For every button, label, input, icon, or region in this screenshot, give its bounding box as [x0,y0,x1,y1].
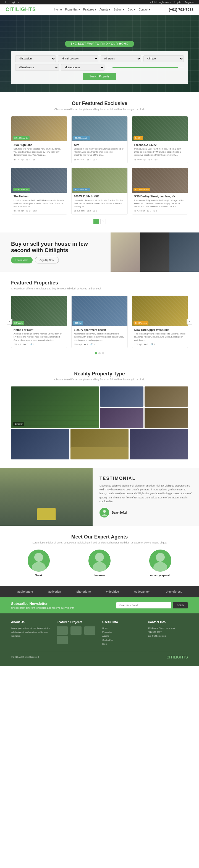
featured-properties-section: Featured Properties Choose from differen… [0,272,199,363]
googleplus-link[interactable]: g+ [12,1,15,4]
dot-1[interactable] [95,352,97,354]
footer-link-home[interactable]: Home [102,626,142,630]
partner-themeforest: themeforest [166,590,181,593]
carousel-prev-button[interactable]: ‹ [7,319,12,324]
baths-stat: 2 [155,158,158,161]
beds-stat: 2 [87,209,91,212]
footer-link-blog[interactable]: Blog [102,642,142,646]
type-select[interactable]: All Type [143,55,184,62]
bath-icon [155,158,157,161]
svg-point-4 [93,562,106,572]
newsletter-send-button[interactable]: SEND [173,602,188,609]
dot-3[interactable] [102,352,104,354]
nav-contact[interactable]: Contact ▾ [139,8,151,11]
property-image: $3,200/month [132,168,188,193]
property-description: Located in the center of Harlem is Famil… [74,199,125,208]
footer-contact-title: Contact Info [148,620,188,624]
nav-agents[interactable]: Agents ▾ [100,8,110,11]
reality-image-2 [100,386,143,407]
featured-property-body: Home For Rent A stone of getting near th… [11,326,67,348]
featured-property-desc: A stone of getting near the market, 350x… [13,332,65,342]
status-select[interactable]: All Status [101,55,141,62]
sqft-icon [74,158,76,161]
featured-property-stats: 300 sqft 🛏 4 🚿 1 [74,343,125,345]
twitter-link[interactable]: t [9,1,10,4]
social-links[interactable]: f t g+ in [4,1,21,4]
featured-property-title: Home For Rent [13,329,65,332]
city-image-c [169,232,199,272]
partner-videohive: videohive [106,590,119,593]
dot-2[interactable] [98,352,101,354]
baths-value: 🚿 2 [30,343,35,345]
newsletter-email-input[interactable] [116,602,171,609]
property-stats: 236 sqft 2 1 [74,209,125,212]
svg-point-6 [154,562,167,572]
register-link[interactable]: Register [184,1,194,4]
price-badge: $480K [133,136,143,140]
rooms-select[interactable]: All Bathrooms [61,64,105,71]
sqft-stat: 236 sqft [74,209,84,212]
nav-submit[interactable]: Submit ▾ [113,8,124,11]
top-bar: f t g+ in info@citilights.com Log In Reg… [0,0,199,4]
agent-avatar [28,550,50,572]
partner-codecanyon: codecanyon [134,590,151,593]
nav-features[interactable]: Features ▾ [83,8,96,11]
page-1-button[interactable]: 1 [93,219,99,224]
page-2-button[interactable]: 2 [100,219,106,224]
featured-carousel-grid: $2/week Home For Rent A stone of getting… [11,296,188,348]
property-title: 9/15 Dudley Street, Ivanhoe, Vic... [134,195,186,198]
featured-exclusive-sub: Choose from different templates and buy … [11,108,188,111]
location-select[interactable]: All Location [15,55,56,62]
sqft-icon [134,158,136,161]
footer-link-agents[interactable]: Agents [102,634,142,638]
buy-sell-title: Buy or sell your house in few second wit… [11,241,100,253]
featured-properties-sub: Choose from different templates and buy … [11,287,188,290]
nav-properties[interactable]: Properties ▾ [65,8,79,11]
reality-image-5 [144,408,188,428]
nav-home[interactable]: Home [55,8,62,11]
facebook-link[interactable]: f [5,1,6,4]
property-body: Fresno,CA 93722 Immaculately Well Paint,… [132,141,188,163]
agents-subtitle: Lorem ipsum dolor sit amet, consectetur … [11,541,188,544]
sqft-icon [74,209,76,212]
top-bar-right: info@citilights.com Log In Register [150,1,195,4]
slider-track[interactable] [112,67,178,68]
footer-about-title: About Us [11,620,51,624]
footer-link-properties[interactable]: Properties [102,630,142,634]
search-button[interactable]: Search Property [82,73,117,80]
sqft-stat: 415 sqft [134,209,145,212]
price-slider[interactable]: —— —— [107,64,184,71]
property-title: Fresno,CA 93722 [134,144,186,147]
reality-section: Reality Property Type Choose from differ… [0,363,199,468]
beds-stat: 2 [87,158,91,161]
sqft-stat: 745 sqft [13,209,24,212]
logo[interactable]: CITILIGHTS [5,7,36,12]
footer-link-contact[interactable]: Contact Us [102,638,142,642]
property-body: 9/15 Dudley Street, Ivanhoe, Vic... Impe… [132,193,188,215]
bathrooms-select[interactable]: All Bathrooms [15,64,59,71]
featured-exclusive-grid: $2,150/month AVA High Line Saturate or a… [11,116,188,215]
hero-section: THE BEST WAY TO FIND YOUR HOME All Locat… [0,15,199,92]
full-location-select[interactable]: All Full Location [58,55,99,62]
bath-icon [154,209,156,212]
bed-icon [87,209,89,212]
partner-audiojungle: audiojungle [18,590,33,593]
agent-card: Sarak [11,550,66,578]
signup-button[interactable]: Sign Up Now [35,257,59,264]
svg-point-0 [103,510,106,513]
featured-property-card: $195/month New York Upper West Side This… [132,296,188,348]
carousel-wrapper: ‹ $2/week Home For Rent A stone of getti… [11,296,188,348]
buy-sell-buttons: Learn More Sign Up Now [11,257,100,264]
nav-blog[interactable]: Blog ▾ [128,8,135,11]
property-description: Situated in the highly sought-after neig… [74,147,125,157]
linkedin-link[interactable]: in [18,1,20,4]
learn-more-button[interactable]: Learn More [11,257,33,264]
sqft-value: 222 sqft [13,343,21,345]
footer-contact: Contact Info 119 Baker Street, New York … [148,620,188,646]
property-body: The Helium Located between 24th and 25th… [11,193,67,215]
buy-sell-text: Buy or sell your house in few second wit… [0,232,110,272]
footer-logo-accent: LIGHTS [174,655,188,659]
carousel-next-button[interactable]: › [187,319,192,324]
login-link[interactable]: Log In [174,1,181,4]
property-title: 105 W 115th St #2B [74,195,125,198]
